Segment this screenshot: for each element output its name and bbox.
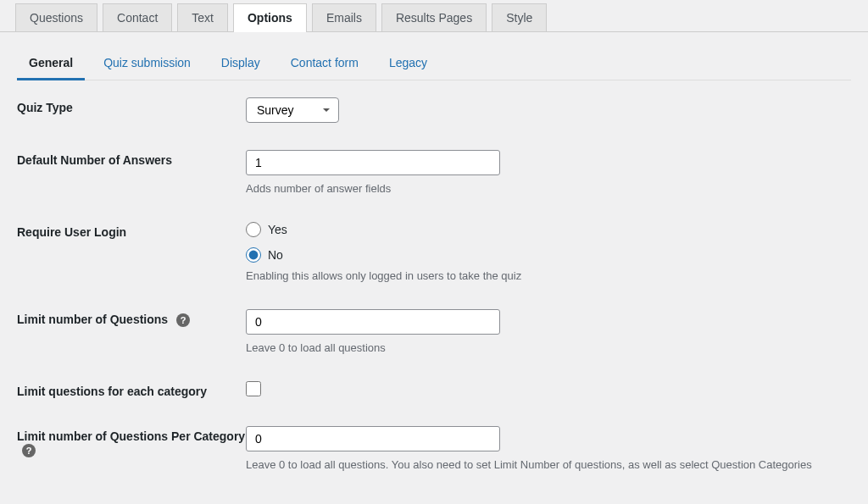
limit-questions-label: Limit number of Questions ? bbox=[17, 309, 246, 327]
limit-per-category-check-label: Limit questions for each category bbox=[17, 381, 246, 398]
tab-text[interactable]: Text bbox=[177, 3, 228, 31]
require-login-no[interactable]: No bbox=[246, 247, 851, 263]
quiz-type-select[interactable]: Survey bbox=[246, 97, 339, 123]
tab-options[interactable]: Options bbox=[233, 3, 307, 31]
require-login-no-radio[interactable] bbox=[246, 247, 261, 263]
tab-contact[interactable]: Contact bbox=[103, 3, 172, 31]
subtab-general[interactable]: General bbox=[17, 47, 85, 80]
tab-style[interactable]: Style bbox=[492, 3, 547, 31]
require-login-yes-label: Yes bbox=[268, 223, 287, 236]
help-icon[interactable]: ? bbox=[22, 444, 36, 457]
primary-tabs: Questions Contact Text Options Emails Re… bbox=[0, 0, 868, 32]
limit-per-category-help: Leave 0 to load all questions. You also … bbox=[246, 458, 851, 471]
limit-per-category-checkbox[interactable] bbox=[246, 381, 261, 396]
limit-questions-help: Leave 0 to load all questions bbox=[246, 341, 851, 354]
require-login-help: Enabling this allows only logged in user… bbox=[246, 269, 851, 282]
tab-emails[interactable]: Emails bbox=[312, 3, 376, 31]
default-answers-input[interactable] bbox=[246, 150, 500, 175]
require-login-yes-radio[interactable] bbox=[246, 222, 261, 237]
subtab-contact-form[interactable]: Contact form bbox=[279, 47, 370, 80]
tab-questions[interactable]: Questions bbox=[15, 3, 97, 31]
subtab-display[interactable]: Display bbox=[209, 47, 272, 80]
require-login-yes[interactable]: Yes bbox=[246, 222, 851, 237]
subtab-legacy[interactable]: Legacy bbox=[377, 47, 439, 80]
require-login-label: Require User Login bbox=[17, 222, 246, 239]
default-answers-label: Default Number of Answers bbox=[17, 150, 246, 167]
subtab-quiz-submission[interactable]: Quiz submission bbox=[92, 47, 203, 80]
quiz-type-label: Quiz Type bbox=[17, 97, 246, 114]
require-login-no-label: No bbox=[268, 248, 283, 262]
default-answers-help: Adds number of answer fields bbox=[246, 182, 851, 195]
limit-per-category-label: Limit number of Questions Per Category ? bbox=[17, 426, 246, 457]
secondary-tabs: General Quiz submission Display Contact … bbox=[17, 47, 851, 80]
limit-questions-input[interactable] bbox=[246, 309, 500, 335]
tab-results-pages[interactable]: Results Pages bbox=[381, 3, 487, 31]
limit-per-category-input[interactable] bbox=[246, 426, 500, 451]
help-icon[interactable]: ? bbox=[176, 313, 190, 327]
